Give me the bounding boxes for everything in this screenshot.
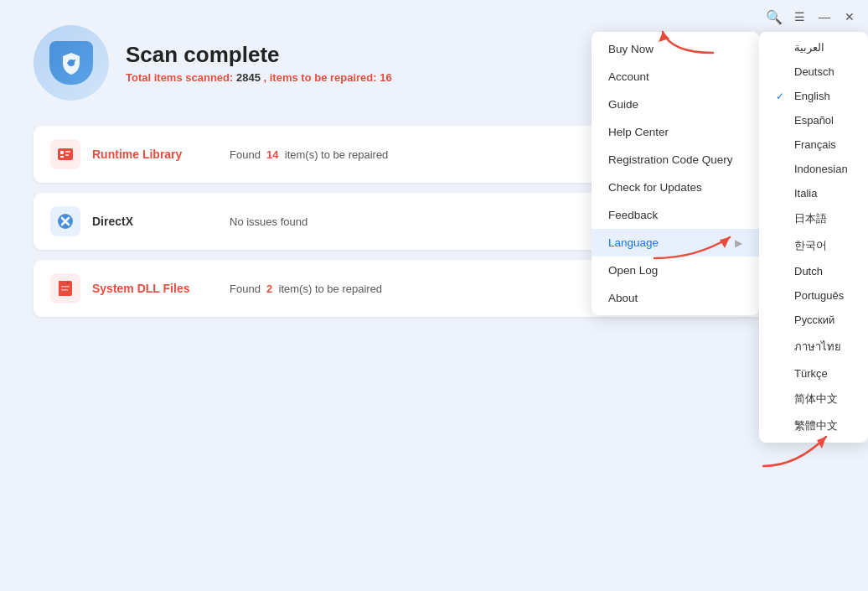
- menu-item-account[interactable]: Account: [592, 63, 759, 91]
- arrow-to-menu: [654, 23, 721, 60]
- directx-icon: [50, 206, 80, 236]
- dll-icon: [50, 273, 80, 303]
- lang-indonesian[interactable]: Indonesian: [759, 157, 868, 181]
- lang-turkish[interactable]: Türkçe: [759, 361, 868, 386]
- menu-item-helpcenter[interactable]: Help Center: [592, 118, 759, 146]
- minimize-button[interactable]: —: [813, 5, 836, 29]
- lang-thai[interactable]: ภาษาไทย: [759, 332, 868, 361]
- dll-name: System DLL Files: [92, 282, 218, 295]
- header-text: Scan complete Total items scanned: 2845 …: [126, 42, 392, 84]
- lang-korean[interactable]: 한국어: [759, 232, 868, 259]
- shield-icon: [34, 25, 109, 101]
- svg-rect-2: [60, 151, 64, 154]
- lang-portugues[interactable]: Português: [759, 283, 868, 308]
- lang-deutsch[interactable]: Deutsch: [759, 60, 868, 84]
- lang-russian[interactable]: Русский: [759, 308, 868, 332]
- directx-name: DirectX: [92, 215, 218, 228]
- menu-item-about[interactable]: About: [592, 284, 759, 312]
- svg-rect-5: [65, 154, 69, 156]
- lang-simplified-chinese[interactable]: 简体中文: [759, 386, 868, 412]
- svg-rect-14: [61, 289, 68, 291]
- svg-marker-17: [817, 437, 826, 448]
- arrow-to-simplified-chinese: [755, 428, 839, 474]
- menu-item-regcode[interactable]: Registration Code Query: [592, 146, 759, 174]
- close-button[interactable]: ✕: [838, 5, 861, 29]
- svg-rect-13: [61, 286, 70, 288]
- scan-stats: Total items scanned: 2845 , items to be …: [126, 71, 392, 84]
- main-dropdown-menu: Buy Now Account Guide Help Center Regist…: [592, 32, 759, 315]
- lang-espanol[interactable]: Español: [759, 108, 868, 132]
- menu-item-guide[interactable]: Guide: [592, 91, 759, 118]
- lang-japanese[interactable]: 日本語: [759, 205, 868, 232]
- scan-complete-title: Scan complete: [126, 42, 392, 68]
- arrow-to-language: [646, 225, 747, 270]
- svg-rect-1: [58, 148, 73, 160]
- menu-button[interactable]: ☰: [788, 5, 811, 29]
- main-content: Scan complete Total items scanned: 2845 …: [0, 0, 868, 334]
- lang-dutch[interactable]: Dutch: [759, 259, 868, 283]
- menu-item-updates[interactable]: Check for Updates: [592, 174, 759, 201]
- title-bar: 🔍 ☰ — ✕: [759, 0, 868, 34]
- lang-arabic[interactable]: العربية: [759, 35, 868, 60]
- lang-francais[interactable]: Français: [759, 132, 868, 157]
- lang-english[interactable]: ✓ English: [759, 84, 868, 108]
- svg-rect-3: [60, 156, 64, 158]
- svg-rect-4: [65, 151, 70, 153]
- runtime-icon: [50, 139, 80, 169]
- runtime-library-name: Runtime Library: [92, 148, 218, 161]
- language-submenu: العربية Deutsch ✓ English Español França…: [759, 32, 868, 443]
- lang-italia[interactable]: Italia: [759, 181, 868, 205]
- search-icon[interactable]: 🔍: [766, 9, 783, 25]
